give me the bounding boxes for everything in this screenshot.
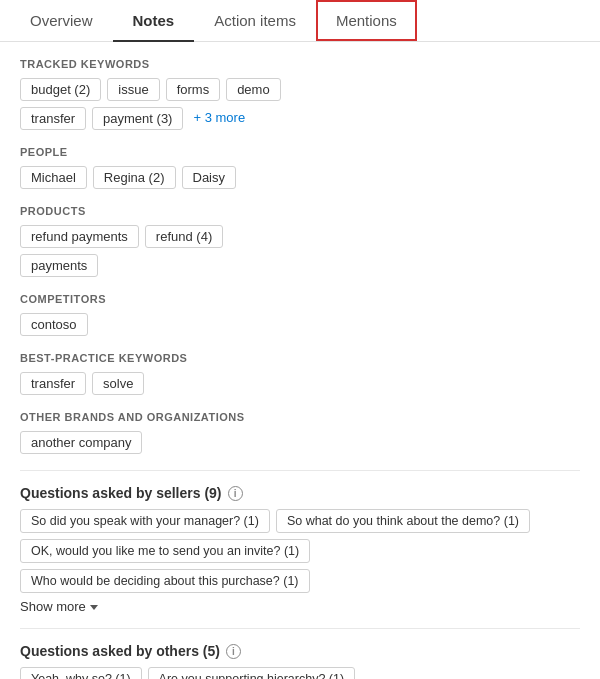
people-section: PEOPLE Michael Regina (2) Daisy xyxy=(20,146,580,189)
competitors-title: COMPETITORS xyxy=(20,293,580,305)
tracked-keywords-title: TRACKED KEYWORDS xyxy=(20,58,580,70)
others-pill-1[interactable]: Yeah, why so? (1) xyxy=(20,667,142,679)
sellers-info-icon[interactable]: i xyxy=(228,486,243,501)
sellers-pill-3[interactable]: OK, would you like me to send you an inv… xyxy=(20,539,310,563)
tag-contoso[interactable]: contoso xyxy=(20,313,88,336)
questions-sellers-section: Questions asked by sellers (9) i So did … xyxy=(20,485,580,614)
tracked-keywords-tags-row2: transfer payment (3) + 3 more xyxy=(20,107,580,130)
tracked-keywords-tags: budget (2) issue forms demo xyxy=(20,78,580,101)
tab-bar: Overview Notes Action items Mentions xyxy=(0,0,600,42)
tab-notes[interactable]: Notes xyxy=(113,0,195,41)
tag-issue[interactable]: issue xyxy=(107,78,159,101)
tab-mentions[interactable]: Mentions xyxy=(316,0,417,41)
tag-refund[interactable]: refund (4) xyxy=(145,225,223,248)
others-pills-row1: Yeah, why so? (1) Are you supporting hie… xyxy=(20,667,580,679)
tag-payment[interactable]: payment (3) xyxy=(92,107,183,130)
tag-another-company[interactable]: another company xyxy=(20,431,142,454)
chevron-down-icon xyxy=(90,605,98,610)
tag-payments[interactable]: payments xyxy=(20,254,98,277)
products-tags-row2: payments xyxy=(20,254,580,277)
others-pill-2[interactable]: Are you supporting hierarchy? (1) xyxy=(148,667,356,679)
tag-regina[interactable]: Regina (2) xyxy=(93,166,176,189)
products-section: PRODUCTS refund payments refund (4) paym… xyxy=(20,205,580,277)
section-divider-2 xyxy=(20,628,580,629)
products-title: PRODUCTS xyxy=(20,205,580,217)
tag-transfer-bp[interactable]: transfer xyxy=(20,372,86,395)
tag-budget[interactable]: budget (2) xyxy=(20,78,101,101)
more-keywords-link[interactable]: + 3 more xyxy=(189,107,249,130)
sellers-pill-1[interactable]: So did you speak with your manager? (1) xyxy=(20,509,270,533)
tag-michael[interactable]: Michael xyxy=(20,166,87,189)
questions-others-label: Questions asked by others (5) xyxy=(20,643,220,659)
questions-others-section: Questions asked by others (5) i Yeah, wh… xyxy=(20,643,580,679)
tag-demo[interactable]: demo xyxy=(226,78,281,101)
tag-refund-payments[interactable]: refund payments xyxy=(20,225,139,248)
tab-overview[interactable]: Overview xyxy=(10,0,113,41)
others-info-icon[interactable]: i xyxy=(226,644,241,659)
sellers-pills-row1: So did you speak with your manager? (1) … xyxy=(20,509,580,533)
sellers-pill-4[interactable]: Who would be deciding about this purchas… xyxy=(20,569,310,593)
tag-transfer[interactable]: transfer xyxy=(20,107,86,130)
questions-sellers-label: Questions asked by sellers (9) xyxy=(20,485,222,501)
best-practice-tags: transfer solve xyxy=(20,372,580,395)
products-tags: refund payments refund (4) xyxy=(20,225,580,248)
other-brands-title: OTHER BRANDS AND ORGANIZATIONS xyxy=(20,411,580,423)
show-more-button[interactable]: Show more xyxy=(20,599,580,614)
questions-sellers-title: Questions asked by sellers (9) i xyxy=(20,485,580,501)
tab-action-items[interactable]: Action items xyxy=(194,0,316,41)
best-practice-title: BEST-PRACTICE KEYWORDS xyxy=(20,352,580,364)
tag-daisy[interactable]: Daisy xyxy=(182,166,237,189)
other-brands-tags: another company xyxy=(20,431,580,454)
best-practice-section: BEST-PRACTICE KEYWORDS transfer solve xyxy=(20,352,580,395)
tracked-keywords-section: TRACKED KEYWORDS budget (2) issue forms … xyxy=(20,58,580,130)
people-title: PEOPLE xyxy=(20,146,580,158)
sellers-pill-2[interactable]: So what do you think about the demo? (1) xyxy=(276,509,530,533)
section-divider xyxy=(20,470,580,471)
show-more-label: Show more xyxy=(20,599,86,614)
people-tags: Michael Regina (2) Daisy xyxy=(20,166,580,189)
tag-forms[interactable]: forms xyxy=(166,78,221,101)
other-brands-section: OTHER BRANDS AND ORGANIZATIONS another c… xyxy=(20,411,580,454)
main-content: TRACKED KEYWORDS budget (2) issue forms … xyxy=(0,42,600,679)
sellers-pills-row2: OK, would you like me to send you an inv… xyxy=(20,539,580,593)
tag-solve[interactable]: solve xyxy=(92,372,144,395)
questions-others-title: Questions asked by others (5) i xyxy=(20,643,580,659)
competitors-tags: contoso xyxy=(20,313,580,336)
competitors-section: COMPETITORS contoso xyxy=(20,293,580,336)
